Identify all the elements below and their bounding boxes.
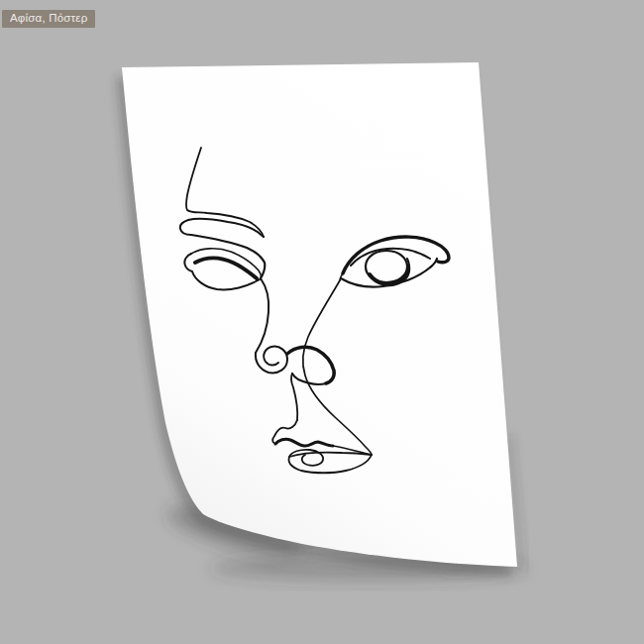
poster-mockup [0,0,644,644]
mockup-scene: Αφίσα, Πόστερ [0,0,644,644]
category-badge: Αφίσα, Πόστερ [2,10,95,28]
